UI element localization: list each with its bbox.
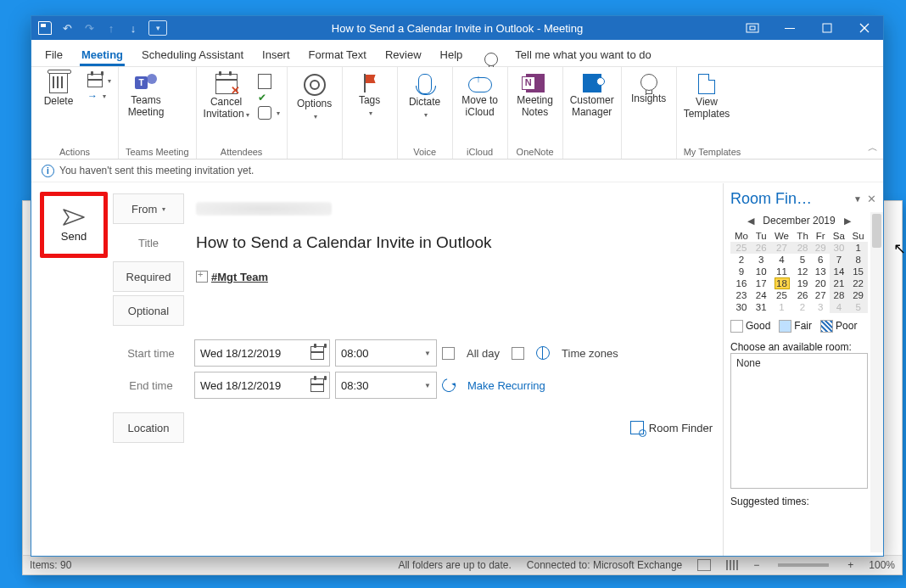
calendar-small-button[interactable]: ▾ xyxy=(87,74,111,87)
calendar-day[interactable]: 15 xyxy=(848,266,868,277)
calendar-day[interactable]: 4 xyxy=(830,301,849,313)
calendar-day[interactable]: 20 xyxy=(812,277,830,289)
up-icon[interactable]: ↑ xyxy=(104,21,118,35)
scrollbar[interactable] xyxy=(870,212,883,552)
chevron-down-icon[interactable]: ▼ xyxy=(424,382,431,389)
calendar-day[interactable]: 3 xyxy=(812,301,830,313)
view-normal-icon[interactable] xyxy=(697,559,711,571)
calendar-day[interactable]: 25 xyxy=(770,289,794,301)
tab-review[interactable]: Review xyxy=(383,43,423,66)
calendar-day[interactable]: 14 xyxy=(830,266,849,277)
tab-scheduling-assistant[interactable]: Scheduling Assistant xyxy=(140,43,245,66)
view-templates-button[interactable]: ViewTemplates xyxy=(684,70,730,120)
calendar-day[interactable]: 22 xyxy=(848,277,868,289)
teams-meeting-button[interactable]: TTeamsMeeting xyxy=(126,70,166,118)
tab-format-text[interactable]: Format Text xyxy=(307,43,368,66)
calendar-day[interactable]: 5 xyxy=(848,301,868,313)
calendar-day[interactable]: 8 xyxy=(848,254,868,266)
minimize-button[interactable] xyxy=(771,16,808,40)
calendar-day[interactable]: 25 xyxy=(730,242,752,254)
calendar-icon[interactable] xyxy=(310,378,324,392)
calendar-day[interactable]: 11 xyxy=(770,266,794,277)
meeting-notes-button[interactable]: MeetingNotes xyxy=(515,70,556,118)
calendar-day[interactable]: 1 xyxy=(848,242,868,254)
calendar-day[interactable]: 26 xyxy=(752,242,770,254)
optional-input[interactable] xyxy=(189,294,713,328)
calendar-day[interactable]: 23 xyxy=(730,289,752,301)
calendar-day[interactable]: 28 xyxy=(830,289,849,301)
required-input[interactable]: #Mgt Team xyxy=(189,260,713,294)
title-input[interactable]: How to Send a Calendar Invite in Outlook xyxy=(189,226,713,260)
calendar-day[interactable]: 26 xyxy=(793,289,812,301)
calendar-day[interactable]: 10 xyxy=(752,266,770,277)
location-button[interactable]: Location xyxy=(113,412,184,443)
calendar-day[interactable]: 2 xyxy=(793,301,812,313)
undo-icon[interactable]: ↶ xyxy=(60,21,74,35)
next-month-icon[interactable]: ▶ xyxy=(844,216,851,227)
view-reading-icon[interactable] xyxy=(726,560,738,570)
time-zones-checkbox[interactable] xyxy=(512,347,524,360)
expand-group-icon[interactable] xyxy=(196,271,208,283)
calendar-day[interactable]: 29 xyxy=(812,242,830,254)
mini-calendar[interactable]: MoTuWeThFrSaSu25262728293012345678910111… xyxy=(730,230,868,313)
qat-customize-icon[interactable]: ▾ xyxy=(148,20,167,36)
start-time-input[interactable]: 08:00▼ xyxy=(335,339,437,367)
response-options-button[interactable]: ▾ xyxy=(258,106,280,120)
dictate-button[interactable]: Dictate▾ xyxy=(405,70,445,121)
send-button[interactable]: Send xyxy=(40,192,108,258)
calendar-day[interactable]: 1 xyxy=(770,301,794,313)
required-button[interactable]: Required xyxy=(113,261,184,292)
close-button[interactable] xyxy=(846,16,883,40)
calendar-day[interactable]: 19 xyxy=(793,277,812,289)
redo-icon[interactable]: ↷ xyxy=(82,21,96,35)
calendar-day[interactable]: 28 xyxy=(793,242,812,254)
pane-options-icon[interactable]: ▼ xyxy=(853,194,862,204)
room-finder-button[interactable]: Room Finder xyxy=(630,421,713,434)
tell-me-search[interactable]: Tell me what you want to do xyxy=(513,43,652,66)
zoom-slider[interactable] xyxy=(778,563,829,567)
ribbon-display-icon[interactable] xyxy=(734,16,771,40)
from-button[interactable]: From ▾ xyxy=(113,193,184,224)
calendar-day[interactable]: 6 xyxy=(812,254,830,266)
move-to-icloud-button[interactable]: Move toiCloud xyxy=(460,70,501,118)
calendar-day[interactable]: 31 xyxy=(752,301,770,313)
calendar-day[interactable]: 27 xyxy=(812,289,830,301)
forward-small-button[interactable]: →▾ xyxy=(87,90,111,102)
end-time-input[interactable]: 08:30▼ xyxy=(335,372,437,399)
calendar-day[interactable]: 27 xyxy=(770,242,794,254)
collapse-ribbon-icon[interactable]: ︿ xyxy=(868,141,878,155)
tab-insert[interactable]: Insert xyxy=(260,43,292,66)
calendar-day[interactable]: 24 xyxy=(752,289,770,301)
calendar-day[interactable]: 5 xyxy=(793,254,812,266)
close-pane-icon[interactable]: ✕ xyxy=(867,193,876,205)
all-day-checkbox[interactable] xyxy=(442,347,455,360)
calendar-day[interactable]: 13 xyxy=(812,266,830,277)
calendar-day[interactable]: 4 xyxy=(770,254,794,266)
calendar-icon[interactable] xyxy=(310,346,324,360)
prev-month-icon[interactable]: ◀ xyxy=(747,216,754,227)
tab-file[interactable]: File xyxy=(43,43,64,66)
room-list[interactable]: None xyxy=(730,353,868,489)
save-icon[interactable] xyxy=(38,21,52,35)
tags-button[interactable]: Tags▾ xyxy=(350,70,390,120)
calendar-day[interactable]: 12 xyxy=(793,266,812,277)
tab-meeting[interactable]: Meeting xyxy=(80,43,125,66)
calendar-day[interactable]: 9 xyxy=(730,266,752,277)
calendar-day[interactable]: 16 xyxy=(730,277,752,289)
down-icon[interactable]: ↓ xyxy=(126,21,140,35)
calendar-day[interactable]: 7 xyxy=(830,254,849,266)
calendar-day[interactable]: 21 xyxy=(830,277,849,289)
end-date-input[interactable]: Wed 18/12/2019 xyxy=(194,372,330,399)
calendar-day[interactable]: 29 xyxy=(848,289,868,301)
optional-button[interactable]: Optional xyxy=(113,295,184,326)
maximize-button[interactable] xyxy=(808,16,846,40)
address-book-button[interactable] xyxy=(258,74,280,89)
start-date-input[interactable]: Wed 18/12/2019 xyxy=(194,339,330,367)
options-button[interactable]: Options▾ xyxy=(294,70,335,123)
chevron-down-icon[interactable]: ▼ xyxy=(424,350,431,357)
delete-button[interactable]: Delete xyxy=(38,70,79,107)
tab-help[interactable]: Help xyxy=(439,43,465,66)
cancel-invitation-button[interactable]: ✕CancelInvitation▾ xyxy=(204,70,249,121)
insights-button[interactable]: Insights xyxy=(629,70,669,104)
calendar-day[interactable]: 2 xyxy=(730,254,752,266)
